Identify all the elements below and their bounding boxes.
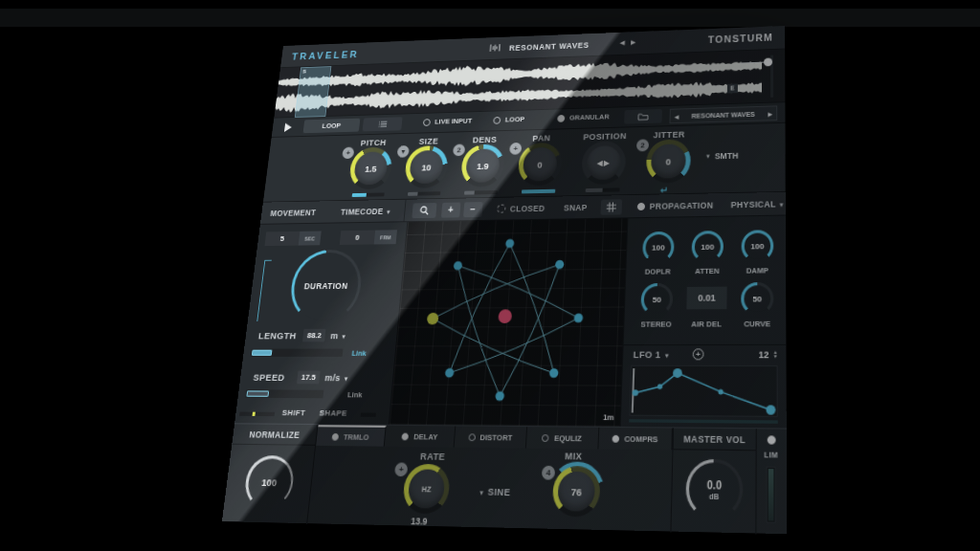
stepper-icon[interactable]: ▲▼ bbox=[773, 350, 778, 359]
live-input-radio[interactable]: LIVE INPUT bbox=[423, 117, 473, 126]
seconds-field[interactable]: 5 SEC bbox=[264, 231, 321, 247]
duration-knob[interactable]: DURATION bbox=[287, 250, 365, 323]
size-knob[interactable]: ▾ 10 bbox=[404, 145, 449, 188]
normalize-knob[interactable]: 100 bbox=[242, 455, 296, 509]
jitter-knob[interactable]: 2 0 bbox=[646, 139, 691, 184]
speed-link-toggle[interactable]: Link bbox=[347, 390, 363, 400]
stereo-label: STEREO bbox=[628, 320, 684, 329]
master-unit: dB bbox=[709, 492, 719, 499]
doppler-knob[interactable]: 100 bbox=[642, 231, 675, 263]
pitch-knob[interactable]: + 1.5 bbox=[348, 146, 393, 189]
pan-knob[interactable]: + 0 bbox=[518, 143, 563, 187]
rate-knob[interactable]: + HZ bbox=[402, 464, 451, 515]
damp-value: 100 bbox=[745, 232, 770, 259]
radio-icon bbox=[423, 119, 431, 126]
duration-label: DURATION bbox=[290, 253, 361, 320]
jitter-mod-badge[interactable]: 2 bbox=[636, 139, 649, 151]
zoom-search-button[interactable] bbox=[412, 203, 436, 218]
position-knob[interactable]: ◀▶ bbox=[581, 141, 626, 185]
preset-prev-icon[interactable]: ◀ bbox=[620, 39, 625, 47]
rate-mod-badge[interactable]: + bbox=[394, 462, 408, 476]
path-closed-toggle[interactable]: CLOSED bbox=[497, 203, 546, 213]
grain-controls-row: PITCH + 1.5 SIZE ▾ 10 DENS 2 1.9 bbox=[263, 123, 786, 203]
size-mini-slider[interactable] bbox=[408, 191, 441, 196]
lfo-add-button[interactable]: + bbox=[692, 348, 703, 360]
pan-mod-badge[interactable]: + bbox=[509, 143, 522, 155]
length-slider[interactable] bbox=[251, 349, 344, 357]
frames-field[interactable]: 0 FRM bbox=[340, 230, 397, 245]
jitter-label: JITTER bbox=[653, 130, 685, 141]
sample-list-button[interactable] bbox=[363, 117, 403, 131]
limiter-radio[interactable] bbox=[768, 435, 776, 444]
shift-slider[interactable] bbox=[239, 412, 275, 417]
fx-bottom-row: NORMALIZE 100 TRMLO DELAY DISTORT bbox=[222, 423, 787, 534]
length-unit-dropdown[interactable]: m ▼ bbox=[330, 330, 347, 340]
lfo-steps-value[interactable]: 12 bbox=[759, 349, 769, 360]
dens-mod-badge[interactable]: 2 bbox=[453, 144, 465, 157]
speed-slider[interactable] bbox=[245, 389, 323, 398]
lfo-shape-dropdown[interactable]: ▼ SINE bbox=[479, 486, 511, 497]
dens-knob[interactable]: 2 1.9 bbox=[460, 143, 505, 187]
selection-region[interactable]: S bbox=[295, 66, 332, 118]
preset-next-icon[interactable]: ▶ bbox=[631, 39, 635, 47]
physical-dropdown[interactable]: PHYSICAL ▼ bbox=[731, 199, 785, 209]
selection-end-marker[interactable]: E bbox=[727, 84, 738, 94]
speed-value[interactable]: 17.5 bbox=[297, 371, 320, 385]
length-value[interactable]: 88.2 bbox=[302, 329, 325, 342]
rate-label: RATE bbox=[420, 452, 446, 462]
zoom-in-button[interactable]: + bbox=[441, 202, 460, 217]
propagation-radio[interactable]: PROPAGATION bbox=[637, 200, 714, 211]
movement-map[interactable]: 1m bbox=[390, 218, 629, 427]
size-mod-badge[interactable]: ▾ bbox=[397, 145, 410, 158]
position-mini-slider[interactable] bbox=[586, 187, 620, 192]
play-button[interactable] bbox=[284, 123, 292, 132]
loop-button[interactable]: LOOP bbox=[303, 119, 361, 134]
smooth-label: SMTH bbox=[715, 151, 739, 162]
dens-mini-slider[interactable] bbox=[464, 190, 498, 195]
loop-mode-label: LOOP bbox=[505, 115, 525, 123]
pitch-mod-badge[interactable]: + bbox=[342, 147, 354, 160]
snap-toggle[interactable]: SNAP bbox=[564, 202, 588, 211]
atten-knob[interactable]: 100 bbox=[691, 231, 724, 263]
jitter-value: 0 bbox=[651, 143, 686, 178]
seconds-unit: SEC bbox=[299, 231, 322, 246]
pitch-mini-slider[interactable] bbox=[352, 192, 385, 197]
timecode-dropdown[interactable]: TIMECODE ▼ bbox=[341, 206, 392, 216]
lfo-envelope-editor[interactable] bbox=[629, 365, 777, 417]
mix-mod-badge[interactable]: 4 bbox=[542, 466, 555, 480]
grid-toggle-button[interactable] bbox=[600, 199, 622, 214]
preset-next-icon[interactable]: ▶ bbox=[768, 110, 772, 117]
browse-button[interactable] bbox=[624, 109, 662, 124]
waveform-icon bbox=[489, 43, 501, 53]
live-input-label: LIVE INPUT bbox=[434, 117, 472, 126]
pan-mini-slider[interactable] bbox=[522, 189, 555, 194]
granular-radio[interactable]: GRANULAR bbox=[557, 113, 610, 122]
zoom-out-button[interactable]: − bbox=[463, 202, 483, 217]
limiter-meter bbox=[767, 467, 776, 523]
air-delay-field[interactable]: 0.01 bbox=[686, 287, 726, 310]
damp-knob[interactable]: 100 bbox=[742, 230, 774, 262]
loop-mode-radio[interactable]: LOOP bbox=[493, 115, 524, 123]
length-link-toggle[interactable]: Link bbox=[351, 349, 367, 358]
radio-icon bbox=[493, 116, 501, 123]
seconds-value: 5 bbox=[264, 231, 300, 246]
doppler-value: 100 bbox=[645, 234, 671, 260]
magnifier-icon bbox=[419, 206, 429, 215]
master-volume-knob[interactable]: 0.0 dB bbox=[685, 459, 743, 520]
speed-unit-dropdown[interactable]: m/s ▼ bbox=[324, 372, 349, 383]
preset-prev-icon[interactable]: ◀ bbox=[675, 113, 679, 120]
shape-slider[interactable] bbox=[361, 413, 376, 417]
curve-knob[interactable]: 50 bbox=[741, 282, 773, 316]
lfo-select-dropdown[interactable]: LFO 1 ▼ bbox=[634, 349, 671, 360]
normalize-label: NORMALIZE bbox=[249, 429, 301, 439]
mix-label: MIX bbox=[565, 451, 583, 462]
smooth-dropdown[interactable]: ▼ SMTH bbox=[705, 151, 739, 162]
preset-selector[interactable]: ◀ RESONANT WAVES ▶ bbox=[669, 105, 777, 123]
stereo-knob[interactable]: 50 bbox=[640, 283, 673, 316]
curve-value: 50 bbox=[744, 285, 770, 312]
stereo-value: 50 bbox=[643, 286, 670, 313]
radio-icon bbox=[557, 114, 565, 121]
position-glyph: ◀▶ bbox=[586, 145, 621, 180]
chevron-down-icon: ▼ bbox=[705, 153, 711, 159]
mix-knob[interactable]: 4 76 bbox=[547, 461, 605, 521]
